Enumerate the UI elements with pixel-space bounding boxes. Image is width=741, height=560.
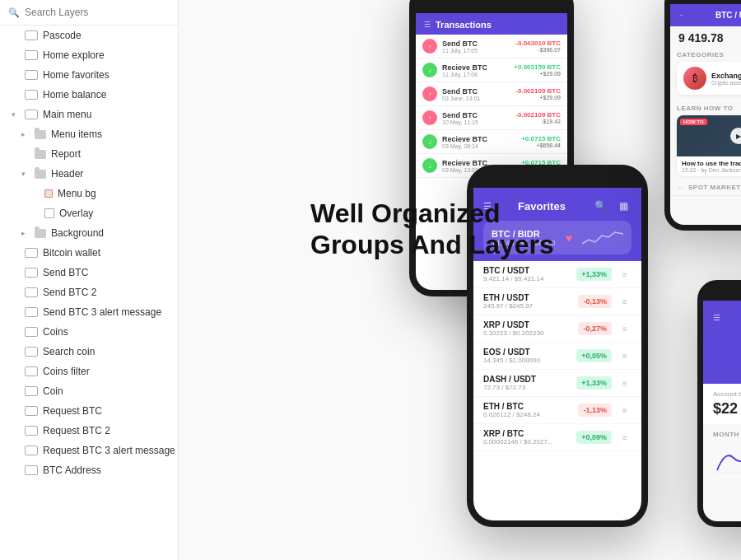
coin-list-item[interactable]: EOS / USDT 14,345 / $1.000000 +0,05% ≡ bbox=[473, 343, 641, 370]
sidebar-item-request-btc-2[interactable]: Request BTC 2 bbox=[0, 421, 178, 441]
folder-layer-icon bbox=[35, 170, 46, 179]
coin-list-item[interactable]: XRP / USDT 0.20223 / $0.202230 -0,27% ≡ bbox=[473, 315, 641, 343]
coin-list-item[interactable]: BTC / USDT 9,421.14 / $9,421.14 +1,33% ≡ bbox=[473, 261, 641, 288]
sidebar-item-pascode[interactable]: Pascode bbox=[0, 26, 178, 45]
sidebar-item-menu-items[interactable]: ▸Menu items bbox=[0, 124, 178, 144]
tx-type-icon: ↓ bbox=[422, 158, 437, 173]
tx-name: Recieve BTC bbox=[442, 63, 509, 72]
exchange-desc: Crypto asset exchange bbox=[711, 80, 741, 86]
spot-markets-header: ← SPOT MARKETS bbox=[670, 180, 741, 196]
sidebar-item-overlay[interactable]: Overlay bbox=[0, 203, 178, 223]
exchange-icon: ₿ bbox=[683, 67, 706, 90]
sidebar: 🔍 PascodeHome exploreHome favoritesHome … bbox=[0, 0, 179, 560]
tx-usd: +$658.44 bbox=[521, 142, 561, 148]
play-button[interactable]: ▶ bbox=[730, 128, 741, 144]
sidebar-item-btc-address[interactable]: BTC Address bbox=[0, 460, 178, 480]
sidebar-item-request-btc[interactable]: Request BTC bbox=[0, 401, 178, 421]
sidebar-item-coins[interactable]: Coins bbox=[0, 322, 178, 342]
sidebar-item-request-btc-3[interactable]: Request BTC 3 alert message bbox=[0, 441, 178, 460]
tx-btc: -0.002109 BTC bbox=[515, 87, 561, 95]
coin-pair: ETH / BTC bbox=[483, 402, 578, 411]
categories-label: CATEGORIES bbox=[677, 51, 741, 58]
sidebar-item-main-menu[interactable]: ▾Main menu bbox=[0, 105, 178, 124]
fav-mini-chart bbox=[582, 227, 623, 248]
coin-change-badge: -1,13% bbox=[578, 404, 612, 417]
favorite-heart-icon[interactable]: ♥ bbox=[566, 231, 572, 245]
coin-price: 9,421.14 / $9,421.14 bbox=[483, 275, 576, 282]
arrow-icon: ▸ bbox=[21, 130, 30, 138]
tx-name: Recieve BTC bbox=[442, 135, 516, 143]
layer-label: Send BTC 3 alert message bbox=[43, 306, 161, 318]
month-report-label: MONTH REPORT bbox=[713, 431, 741, 438]
arrow-icon: ▾ bbox=[12, 110, 20, 119]
folder-layer-icon bbox=[35, 150, 46, 159]
sidebar-item-header[interactable]: ▾Header bbox=[0, 164, 178, 184]
coin-list-item[interactable]: ETH / BTC 0.026112 / $246.24 -1,13% ≡ bbox=[473, 397, 641, 424]
coin-pair: ETH / USDT bbox=[483, 293, 578, 302]
layer-label: Request BTC bbox=[43, 405, 102, 417]
how-to-tag: HOW TO bbox=[680, 119, 707, 125]
tx-btc: -0.002109 BTC bbox=[515, 111, 561, 119]
screen-layer-icon bbox=[25, 406, 38, 416]
coin-pair: EOS / USDT bbox=[483, 348, 576, 357]
tx-usd: -$396.07 bbox=[515, 47, 561, 53]
coin-price: 245.97 / $245.97 bbox=[483, 302, 578, 310]
coin-list-item[interactable]: ETH / USDT 245.97 / $245.97 -0,13% ≡ bbox=[473, 288, 641, 315]
sidebar-item-report[interactable]: Report bbox=[0, 144, 178, 164]
qr-icon-btn[interactable]: ▦ bbox=[615, 198, 631, 214]
coin-change-badge: +1,33% bbox=[576, 376, 612, 390]
sidebar-item-coins-filter[interactable]: Coins filter bbox=[0, 362, 178, 381]
coin-pair: DASH / USDT bbox=[483, 375, 576, 384]
tx-date: 11 July, 17:05 bbox=[442, 48, 510, 54]
learn-label: LEARN HOW TO bbox=[677, 105, 741, 112]
sidebar-item-menu-bg[interactable]: Menu bg bbox=[0, 184, 178, 203]
learn-section: LEARN HOW TO HOW TO ▶ How to use the tra… bbox=[670, 101, 741, 180]
coin-pair: XRP / BTC bbox=[483, 429, 576, 438]
coin-pair: XRP / USDT bbox=[483, 320, 578, 329]
learn-meta: 15:22 · by Den Jackson bbox=[682, 167, 741, 173]
search-layers-input[interactable] bbox=[25, 7, 170, 18]
fav2-heart-icon: ♥ bbox=[713, 353, 741, 371]
layer-label: Home balance bbox=[43, 89, 106, 100]
sidebar-item-home-favorites[interactable]: Home favorites bbox=[0, 65, 178, 85]
screen-layer-icon bbox=[25, 366, 38, 376]
main-content: Well Organized Groups And Layers ☰ Trans… bbox=[179, 0, 741, 560]
search-icon-btn[interactable]: 🔍 bbox=[592, 198, 608, 214]
tx-date: 10 May, 11:15 bbox=[442, 119, 510, 125]
sidebar-search-bar[interactable]: 🔍 bbox=[0, 0, 178, 26]
tx-item: ↑ Send BTC 11 July, 17:05 -0.043010 BTC … bbox=[416, 35, 567, 58]
exchange-name: Exchange bbox=[711, 72, 741, 80]
learn-thumbnail: HOW TO ▶ bbox=[677, 115, 741, 156]
layer-label: Coin bbox=[43, 385, 63, 397]
tx-item: ↑ Send BTC 10 May, 11:15 -0.002109 BTC -… bbox=[416, 106, 567, 130]
coin-list-item[interactable]: DASH / USDT 72,73 / $72.73 +1,33% ≡ bbox=[473, 370, 641, 397]
screen-layer-icon bbox=[25, 70, 38, 80]
layer-label: Report bbox=[51, 148, 81, 160]
sidebar-item-send-btc[interactable]: Send BTC bbox=[0, 263, 178, 282]
coin-change-badge: +0,09% bbox=[576, 431, 612, 444]
tx-header: ☰ Transactions bbox=[416, 13, 567, 35]
layer-label: BTC Address bbox=[43, 464, 101, 476]
sidebar-item-background[interactable]: ▸Background bbox=[0, 223, 178, 243]
tx-name: Send BTC bbox=[442, 111, 510, 119]
tx-type-icon: ↑ bbox=[422, 39, 437, 54]
layer-label: Menu bg bbox=[58, 188, 96, 199]
layer-label: Overlay bbox=[59, 208, 93, 219]
screen-layer-icon bbox=[25, 110, 38, 119]
folder-layer-icon bbox=[35, 229, 46, 238]
headline-block: Well Organized Groups And Layers bbox=[310, 198, 554, 261]
sidebar-item-home-balance[interactable]: Home balance bbox=[0, 85, 178, 105]
sidebar-item-send-btc-2[interactable]: Send BTC 2 bbox=[0, 282, 178, 302]
sidebar-item-home-explore[interactable]: Home explore bbox=[0, 45, 178, 65]
coin-change-badge: +0,05% bbox=[576, 349, 612, 362]
sidebar-item-bitcoin-wallet[interactable]: Bitcoin wallet bbox=[0, 243, 178, 263]
coin-list-item[interactable]: XRP / BTC 0.00002146 / $0.2027... +0,09%… bbox=[473, 424, 641, 451]
coin-menu-icon: ≡ bbox=[618, 295, 631, 308]
screen-layer-icon bbox=[25, 465, 38, 475]
spot-label: SPOT MARKETS bbox=[688, 184, 741, 191]
sidebar-item-search-coin[interactable]: Search coin bbox=[0, 342, 178, 362]
sidebar-item-coin[interactable]: Coin bbox=[0, 381, 178, 401]
phone-balance-mockup: ☰ Favorites ✓ ♥ Account balance $22 490.… bbox=[697, 280, 741, 527]
tx-btc: +0.003159 BTC bbox=[514, 63, 561, 71]
sidebar-item-send-btc-3[interactable]: Send BTC 3 alert message bbox=[0, 302, 178, 322]
